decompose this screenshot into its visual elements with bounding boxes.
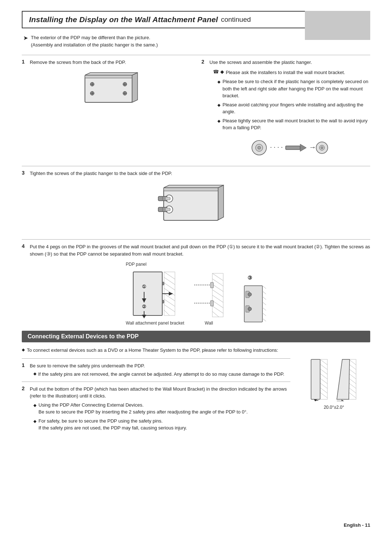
svg-marker-106 <box>337 359 350 399</box>
step4-content: Put the 4 pegs on the PDP in the grooves… <box>30 243 370 257</box>
svg-point-18 <box>258 146 261 149</box>
svg-line-78 <box>262 286 266 289</box>
step2-number: 2 <box>201 59 209 158</box>
svg-line-91 <box>320 383 327 388</box>
conn-step1-number: 1 <box>22 362 30 378</box>
step2-phone-bullet: ☎ ◆ Please ask the installers to install… <box>213 69 370 76</box>
svg-line-86 <box>320 359 327 365</box>
svg-line-48 <box>164 305 175 312</box>
step1-number: 1 <box>22 59 30 115</box>
conn-step1-row: 1 Be sure to remove the safety pins unde… <box>22 362 290 378</box>
pdp-side-view-svg <box>74 70 147 111</box>
step4-c-svg <box>233 282 266 326</box>
svg-line-101 <box>349 374 356 379</box>
svg-line-66 <box>212 301 223 308</box>
list-item: ◆ Using the PDP After Connecting Externa… <box>33 402 290 416</box>
list-item: ◆ For safety, be sure to secure the PDP … <box>33 417 290 432</box>
svg-rect-50 <box>162 282 164 285</box>
svg-line-92 <box>320 388 327 393</box>
step4-row: 4 Put the 4 pegs on the PDP in the groov… <box>22 243 370 257</box>
diamond-icon: ◆ <box>220 69 224 74</box>
arrow-icon: ➤ <box>23 34 28 41</box>
step2-phone-text: Please ask the installers to install the… <box>226 69 345 76</box>
angled-panel-svg <box>335 358 360 401</box>
step4-area: 4 Put the 4 pegs on the PDP in the groov… <box>22 243 370 326</box>
svg-rect-51 <box>162 300 164 303</box>
svg-rect-70 <box>211 301 213 306</box>
divider-5 <box>22 382 290 382</box>
svg-line-43 <box>164 277 175 285</box>
diamond-icon: ◆ <box>33 402 36 408</box>
svg-line-102 <box>349 378 356 384</box>
diamond-icon: ◆ <box>217 102 220 108</box>
svg-line-44 <box>164 283 175 290</box>
svg-text:→: → <box>309 143 316 151</box>
bracket-label: Wall attachment panel bracket <box>126 321 184 326</box>
svg-line-99 <box>349 364 356 370</box>
svg-line-84 <box>262 318 266 321</box>
svg-marker-59 <box>169 292 173 296</box>
header-gray-box <box>305 11 370 40</box>
divider-2 <box>22 166 370 166</box>
connecting-section-header: Connecting External Devices to the PDP <box>22 331 370 342</box>
svg-marker-3 <box>85 73 138 75</box>
intro-note-text: The exterior of the PDP may be different… <box>31 34 158 48</box>
conn-step2-text: Pull out the bottom of the PDP (which ha… <box>30 386 290 400</box>
conn-step2-content: Pull out the bottom of the PDP (which ha… <box>30 386 290 433</box>
connecting-left: ◆ To connect external devices such as a … <box>22 347 290 436</box>
svg-line-68 <box>212 311 219 317</box>
svg-marker-108 <box>342 400 344 401</box>
screw-parts-svg: · · · · → <box>250 138 330 158</box>
bullet-text: Please avoid catching your fingers while… <box>222 101 370 115</box>
bullet-text: For safety, be sure to secure the PDP us… <box>38 417 187 432</box>
divider-1 <box>22 55 370 55</box>
step1-row: 1 Remove the screws from the back of the… <box>22 59 191 115</box>
connecting-right: 20.0°±2.0° <box>298 347 370 436</box>
svg-line-62 <box>212 279 223 286</box>
step1-illustration <box>30 70 191 111</box>
conn-step1-text: Be sure to remove the safety pins undern… <box>30 362 290 370</box>
svg-text:· · · ·: · · · · <box>270 143 283 151</box>
conn-step2-bullet-list: ◆ Using the PDP After Connecting Externa… <box>33 402 290 432</box>
svg-line-103 <box>349 383 356 388</box>
svg-line-47 <box>164 299 175 306</box>
svg-rect-94 <box>311 359 320 399</box>
step2-row: 2 Use the screws and assemble the plasti… <box>201 59 370 158</box>
svg-text:①: ① <box>142 284 146 289</box>
bullet-text: Using the PDP After Connecting External … <box>38 402 248 416</box>
step4-illus-b: Wall <box>191 270 227 326</box>
page-title-continued: continued <box>221 16 251 24</box>
svg-rect-69 <box>211 282 213 288</box>
section-header-text: Connecting External Devices to the PDP <box>28 333 139 339</box>
svg-rect-0 <box>85 75 132 102</box>
conn-step2-number: 2 <box>22 386 30 433</box>
conn-step1-sub: ◆ If the safety pins are not removed, th… <box>33 371 290 378</box>
svg-marker-28 <box>218 185 224 220</box>
angle-label: 20.0°±2.0° <box>324 405 344 410</box>
step3-content: Tighten the screws of the plastic hanger… <box>30 170 370 235</box>
svg-line-49 <box>164 310 170 315</box>
conn-step2-row: 2 Pull out the bottom of the PDP (which … <box>22 386 290 433</box>
svg-line-83 <box>262 313 266 316</box>
svg-rect-20 <box>286 146 300 150</box>
svg-line-88 <box>320 369 327 374</box>
page: Installing the Display on the Wall Attac… <box>0 0 392 538</box>
step3-illustration: ① ② <box>30 180 370 231</box>
svg-line-79 <box>262 291 266 294</box>
svg-marker-21 <box>300 144 306 151</box>
step3-text: Tighten the screws of the plastic hanger… <box>30 170 370 177</box>
header-box: Installing the Display on the Wall Attac… <box>22 11 370 28</box>
conn-step1-sub-text: If the safety pins are not removed, the … <box>38 371 284 378</box>
svg-line-87 <box>320 364 327 370</box>
step2-text: Use the screws and assemble the plastic … <box>209 59 370 66</box>
svg-line-67 <box>212 306 223 313</box>
svg-rect-26 <box>164 188 218 220</box>
connecting-intro-row: ◆ To connect external devices such as a … <box>22 347 290 354</box>
svg-line-80 <box>262 297 266 299</box>
wall-label: Wall <box>205 321 213 326</box>
bullet-text: Please tightly secure the wall mount bra… <box>222 117 370 131</box>
connecting-section: ◆ To connect external devices such as a … <box>22 347 370 436</box>
steps-1-2-row: 1 Remove the screws from the back of the… <box>22 59 370 162</box>
svg-marker-57 <box>142 315 146 318</box>
svg-point-25 <box>321 147 323 149</box>
